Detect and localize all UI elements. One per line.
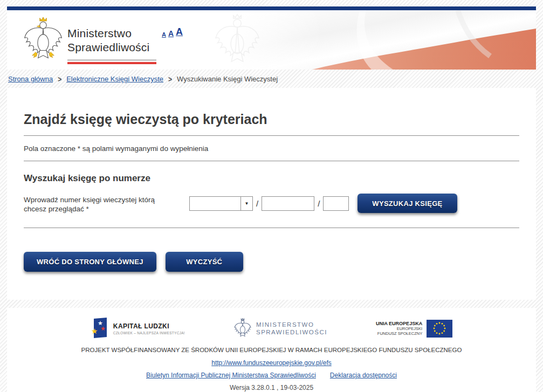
eu-line1: UNIA EUROPEJSKA bbox=[376, 321, 422, 326]
kw-number-label: Wprowadź numer księgi wieczystej którą c… bbox=[24, 194, 189, 214]
eagle-watermark-icon bbox=[197, 13, 278, 67]
kw-number-input[interactable] bbox=[262, 196, 314, 211]
font-size-small-button[interactable]: A bbox=[162, 31, 166, 38]
divider bbox=[24, 161, 519, 161]
ministry-name-line2: Sprawiedliwości bbox=[67, 40, 156, 54]
ministry-footer-text: MINISTERSTWO SPRAWIEDLIWOŚCI bbox=[256, 321, 327, 336]
eu-logo: UNIA EUROPEJSKA EUROPEJSKI FUNDUSZ SPOŁE… bbox=[376, 320, 452, 338]
ministry-footer-line2: SPRAWIEDLIWOŚCI bbox=[256, 328, 327, 336]
footer-links-row: Biuletyn Informacji Publicznej Ministers… bbox=[18, 372, 525, 379]
breadcrumb-separator-icon: > bbox=[58, 74, 61, 84]
eu-line2: EUROPEJSKI bbox=[376, 326, 422, 331]
court-code-select[interactable]: ▼ bbox=[189, 196, 253, 211]
ministry-footer-line1: MINISTERSTWO bbox=[256, 321, 327, 328]
ministry-name-line1: Ministerstwo bbox=[67, 26, 156, 40]
kapital-ludzki-subtitle: CZŁOWIEK – NAJLEPSZA INWESTYCJA! bbox=[113, 331, 185, 335]
top-accent-bar bbox=[7, 6, 536, 10]
required-fields-note: Pola oznaczone * są polami wymaganymi do… bbox=[24, 145, 519, 153]
font-size-large-button[interactable]: A bbox=[176, 26, 183, 38]
main-panel: Znajdź księgę wieczystą po kryteriach Po… bbox=[7, 88, 536, 300]
version-info: Wersja 3.28.0.1 , 19-03-2025 bbox=[18, 384, 525, 391]
breadcrumb-home-link[interactable]: Strona główna bbox=[8, 75, 53, 83]
font-size-controls: A A A bbox=[162, 26, 183, 38]
kw-number-form-row: Wprowadź numer księgi wieczystej którą c… bbox=[24, 194, 519, 214]
court-code-select-value bbox=[190, 197, 240, 210]
ministry-logo-text: Ministerstwo Sprawiedliwości bbox=[67, 26, 156, 64]
ministry-footer-logo: MINISTERSTWO SPRAWIEDLIWOŚCI bbox=[233, 318, 327, 339]
page-container: Ministerstwo Sprawiedliwości A A A Stron… bbox=[7, 6, 536, 392]
kw-check-digit-input[interactable] bbox=[323, 196, 349, 211]
accessibility-declaration-link[interactable]: Deklaracja dostępności bbox=[330, 372, 397, 379]
eu-logo-text: UNIA EUROPEJSKA EUROPEJSKI FUNDUSZ SPOŁE… bbox=[376, 321, 422, 336]
clear-form-button[interactable]: WYCZYŚĆ bbox=[166, 252, 243, 272]
logo-underline-red bbox=[67, 62, 156, 64]
kapital-ludzki-flag-icon: ★ ★ ★ bbox=[91, 318, 109, 339]
kw-separator-slash: / bbox=[256, 199, 258, 208]
kw-separator-slash: / bbox=[318, 199, 320, 208]
kapital-ludzki-title: KAPITAŁ LUDZKI bbox=[113, 322, 185, 330]
kw-number-fields: ▼ / / WYSZUKAJ KSIĘGĘ bbox=[189, 194, 457, 213]
ministry-footer-eagle-icon bbox=[233, 318, 252, 339]
kapital-ludzki-logo: ★ ★ ★ KAPITAŁ LUDZKI CZŁOWIEK – NAJLEPSZ… bbox=[91, 318, 185, 339]
ministry-logo[interactable]: Ministerstwo Sprawiedliwości bbox=[22, 17, 156, 64]
logo-underline-gray bbox=[67, 59, 156, 61]
site-header: Ministerstwo Sprawiedliwości A A A bbox=[7, 10, 536, 70]
search-by-number-heading: Wyszukaj księgę po numerze bbox=[24, 173, 519, 184]
svg-text:★: ★ bbox=[91, 327, 98, 335]
eu-line3: FUNDUSZ SPOŁECZNY bbox=[376, 331, 422, 336]
search-kw-button[interactable]: WYSZUKAJ KSIĘGĘ bbox=[358, 194, 457, 213]
divider bbox=[24, 135, 519, 136]
breadcrumb: Strona główna > Elektroniczne Księgi Wie… bbox=[7, 70, 536, 88]
eu-flag-icon bbox=[427, 320, 452, 338]
footer-logos-row: ★ ★ ★ KAPITAŁ LUDZKI CZŁOWIEK – NAJLEPSZ… bbox=[18, 315, 525, 342]
chevron-down-icon[interactable]: ▼ bbox=[240, 197, 252, 210]
breadcrumb-separator-icon: > bbox=[168, 74, 172, 84]
footer: ★ ★ ★ KAPITAŁ LUDZKI CZŁOWIEK – NAJLEPSZ… bbox=[7, 308, 536, 392]
font-size-medium-button[interactable]: A bbox=[168, 29, 174, 38]
eu-funds-link[interactable]: http://www.funduszeeuropejskie.gov.pl/ef… bbox=[211, 359, 332, 367]
back-to-home-button[interactable]: WRÓĆ DO STRONY GŁÓWNEJ bbox=[24, 252, 156, 272]
breadcrumb-current-page: Wyszukiwanie Księgi Wieczystej bbox=[177, 75, 278, 83]
project-cofinancing-note: PROJEKT WSPÓŁFINANSOWANY ZE ŚRODKÓW UNII… bbox=[18, 347, 525, 353]
breadcrumb-ekw-link[interactable]: Elektroniczne Księgi Wieczyste bbox=[66, 75, 163, 83]
kapital-ludzki-text: KAPITAŁ LUDZKI CZŁOWIEK – NAJLEPSZA INWE… bbox=[113, 322, 185, 335]
page-title: Znajdź księgę wieczystą po kryteriach bbox=[24, 112, 519, 127]
eagle-emblem-icon bbox=[22, 17, 64, 63]
actions-row: WRÓĆ DO STRONY GŁÓWNEJ WYCZYŚĆ bbox=[24, 252, 519, 272]
svg-text:★: ★ bbox=[100, 325, 106, 332]
divider bbox=[24, 228, 519, 228]
bip-link[interactable]: Biuletyn Informacji Publicznej Ministers… bbox=[146, 372, 316, 379]
